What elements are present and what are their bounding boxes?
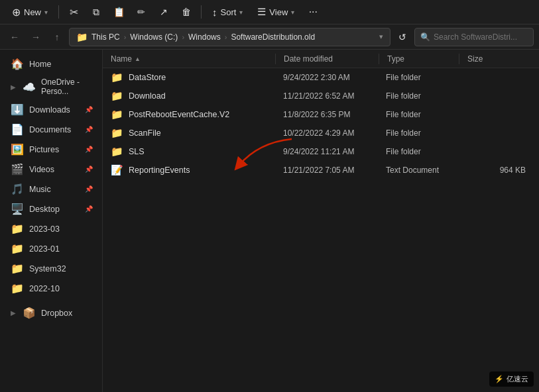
- file-date: 9/24/2022 2:30 AM: [275, 73, 378, 82]
- breadcrumb-windows-c[interactable]: Windows (C:): [130, 32, 178, 42]
- view-icon: ☰: [257, 6, 266, 18]
- col-date-label: Date modified: [284, 54, 333, 64]
- folder-2023-03-icon: 📁: [11, 222, 24, 235]
- sidebar-item-pictures[interactable]: 🖼️ Pictures 📌: [3, 140, 99, 159]
- col-name-label: Name: [111, 54, 132, 64]
- new-button[interactable]: ⊕ New ▾: [5, 2, 54, 22]
- sidebar-item-2023-03[interactable]: 📁 2023-03: [3, 219, 99, 238]
- doc-icon: 📝: [111, 164, 123, 176]
- file-type: File folder: [378, 110, 457, 119]
- refresh-button[interactable]: ↺: [393, 28, 412, 46]
- file-name-cell: 📁 PostRebootEventCache.V2: [103, 109, 275, 121]
- table-row[interactable]: 📝 ReportingEvents 11/21/2022 7:05 AM Tex…: [103, 161, 539, 179]
- watermark-icon: ⚡: [495, 375, 504, 383]
- videos-icon: 🎬: [11, 163, 24, 175]
- column-headers: Name ▲ Date modified Type Size: [103, 50, 539, 68]
- dropbox-expand-icon: ▶: [11, 309, 16, 317]
- sort-label: Sort: [221, 7, 237, 17]
- share-button[interactable]: ↗: [153, 2, 174, 22]
- sidebar-item-dropbox[interactable]: ▶ 📦 Dropbox: [3, 303, 99, 322]
- breadcrumb-sep-2: ›: [182, 33, 184, 41]
- downloads-pin-icon: 📌: [85, 106, 93, 113]
- toolbar-separator-2: [201, 5, 202, 19]
- table-row[interactable]: 📁 SLS 9/24/2022 11:21 AM File folder: [103, 142, 539, 161]
- file-size: 964 KB: [457, 166, 539, 175]
- col-header-type[interactable]: Type: [379, 50, 459, 68]
- sidebar-item-music[interactable]: 🎵 Music 📌: [3, 179, 99, 199]
- documents-icon: 📄: [11, 123, 24, 136]
- file-type: File folder: [378, 147, 457, 156]
- sidebar-item-2023-01[interactable]: 📁 2023-01: [3, 239, 99, 258]
- col-header-name[interactable]: Name ▲: [103, 50, 275, 68]
- breadcrumb-sep-1: ›: [124, 33, 127, 41]
- file-name-cell: 📝 ReportingEvents: [103, 164, 275, 176]
- search-box[interactable]: 🔍: [414, 28, 534, 46]
- sidebar-item-2022-10[interactable]: 📁 2022-10: [3, 279, 99, 298]
- rename-button[interactable]: ✏: [131, 2, 152, 22]
- file-name-cell: 📁 DataStore: [103, 72, 275, 83]
- address-bar[interactable]: 📁 This PC › Windows (C:) › Windows › Sof…: [69, 28, 390, 46]
- breadcrumb-softwaredistribution[interactable]: SoftwareDistribution.old: [231, 32, 315, 42]
- folder-system32-icon: 📁: [11, 262, 24, 275]
- toolbar-separator-1: [58, 5, 59, 19]
- table-row[interactable]: 📁 Download 11/21/2022 6:52 AM File folde…: [103, 87, 539, 105]
- view-button[interactable]: ☰ View ▾: [251, 2, 301, 22]
- folder-icon: 📁: [111, 109, 123, 121]
- sidebar-item-downloads[interactable]: ⬇️ Downloads 📌: [3, 100, 99, 119]
- address-dropdown-icon[interactable]: ▾: [379, 32, 383, 41]
- sidebar-item-system32[interactable]: 📁 System32: [3, 259, 99, 278]
- breadcrumb-sep-3: ›: [225, 33, 227, 41]
- sidebar-item-onedrive[interactable]: ▶ ☁️ OneDrive - Perso...: [3, 74, 99, 99]
- sidebar-item-home[interactable]: 🏠 Home: [3, 54, 99, 74]
- sidebar-item-videos[interactable]: 🎬 Videos 📌: [3, 160, 99, 179]
- sidebar-item-2022-10-label: 2022-10: [29, 284, 60, 293]
- watermark-text: 亿速云: [507, 374, 528, 384]
- delete-button[interactable]: 🗑: [176, 2, 197, 22]
- file-name: Download: [129, 91, 166, 101]
- file-name-cell: 📁 ScanFile: [103, 127, 275, 139]
- desktop-icon: 🖥️: [11, 203, 24, 215]
- sidebar: 🏠 Home ▶ ☁️ OneDrive - Perso... ⬇️ Downl…: [0, 50, 103, 392]
- desktop-pin-icon: 📌: [85, 205, 93, 213]
- sidebar-item-2023-01-label: 2023-01: [29, 244, 60, 254]
- col-header-size[interactable]: Size: [459, 50, 539, 68]
- forward-button[interactable]: →: [27, 28, 45, 46]
- file-date: 11/8/2022 6:35 PM: [275, 110, 378, 119]
- more-button[interactable]: ···: [302, 2, 324, 22]
- file-name-cell: 📁 Download: [103, 90, 275, 102]
- sidebar-item-documents-label: Documents: [29, 125, 71, 134]
- search-input[interactable]: [434, 32, 528, 42]
- up-button[interactable]: ↑: [48, 28, 66, 46]
- address-bar-row: ← → ↑ 📁 This PC › Windows (C:) › Windows…: [0, 24, 539, 50]
- sort-button[interactable]: ↕ Sort ▾: [206, 2, 249, 22]
- breadcrumb-windows[interactable]: Windows: [188, 32, 221, 42]
- file-type: Text Document: [378, 166, 457, 175]
- paste-button[interactable]: 📋: [108, 2, 129, 22]
- file-date: 11/21/2022 7:05 AM: [275, 166, 378, 175]
- cut-button[interactable]: ✂: [63, 2, 84, 22]
- sidebar-item-desktop[interactable]: 🖥️ Desktop 📌: [3, 199, 99, 219]
- search-icon: 🔍: [420, 32, 430, 42]
- file-type: File folder: [378, 91, 457, 101]
- more-icon: ···: [309, 6, 318, 18]
- folder-icon: 📁: [111, 72, 123, 83]
- col-header-date[interactable]: Date modified: [276, 50, 379, 68]
- copy-button[interactable]: ⧉: [86, 2, 107, 22]
- sidebar-item-desktop-label: Desktop: [29, 205, 60, 214]
- file-name: SLS: [129, 147, 145, 156]
- sidebar-item-documents[interactable]: 📄 Documents 📌: [3, 120, 99, 139]
- view-label: View: [269, 7, 288, 17]
- back-button[interactable]: ←: [5, 28, 24, 46]
- table-row[interactable]: 📁 ScanFile 10/22/2022 4:29 AM File folde…: [103, 124, 539, 142]
- table-row[interactable]: 📁 DataStore 9/24/2022 2:30 AM File folde…: [103, 68, 539, 87]
- col-size-label: Size: [467, 54, 483, 64]
- documents-pin-icon: 📌: [85, 126, 93, 133]
- table-row[interactable]: 📁 PostRebootEventCache.V2 11/8/2022 6:35…: [103, 105, 539, 124]
- breadcrumb-this-pc[interactable]: This PC: [91, 32, 120, 42]
- file-name-cell: 📁 SLS: [103, 146, 275, 158]
- view-chevron-icon: ▾: [291, 9, 294, 16]
- col-type-label: Type: [387, 54, 404, 64]
- folder-icon: 📁: [111, 146, 123, 158]
- dropbox-icon: 📦: [23, 307, 36, 319]
- file-name: DataStore: [129, 73, 166, 82]
